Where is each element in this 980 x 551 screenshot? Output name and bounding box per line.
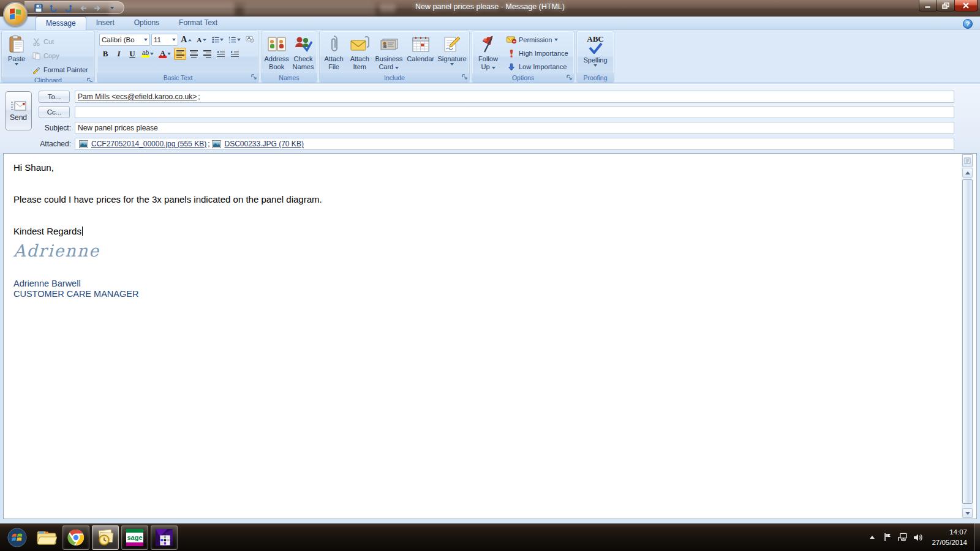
- action-center-flag-icon[interactable]: [883, 533, 892, 542]
- office-button[interactable]: [3, 2, 28, 26]
- business-card-button[interactable]: Business Card: [373, 32, 404, 72]
- show-hidden-icons-button[interactable]: [867, 533, 877, 542]
- subject-field[interactable]: New panel prices please: [75, 122, 954, 134]
- taskbar-app-button[interactable]: [151, 525, 178, 550]
- format-painter-button[interactable]: Format Painter: [29, 64, 90, 75]
- align-left-button[interactable]: [174, 48, 186, 60]
- office-logo-icon: [8, 7, 23, 21]
- body-closing: Kindest Regards: [13, 226, 81, 236]
- paperclip-icon: [324, 34, 344, 54]
- numbering-button[interactable]: [227, 34, 243, 46]
- scroll-up-button[interactable]: [962, 168, 973, 178]
- font-name-combobox[interactable]: Calibri (Bo: [99, 34, 150, 46]
- align-right-button[interactable]: [201, 48, 213, 60]
- italic-button[interactable]: I: [113, 48, 125, 60]
- cc-button[interactable]: Cc...: [39, 106, 70, 118]
- decrease-indent-button[interactable]: [214, 48, 227, 60]
- high-importance-button[interactable]: High Importance: [505, 48, 570, 59]
- permission-button[interactable]: Permission: [505, 34, 570, 45]
- attach-file-button[interactable]: Attach File: [322, 32, 346, 72]
- spelling-button[interactable]: ABC Spelling: [579, 32, 611, 72]
- copy-button[interactable]: Copy: [29, 50, 90, 61]
- taskbar-chrome-button[interactable]: [62, 525, 89, 550]
- dropdown-arrow-icon: [167, 53, 171, 55]
- tab-format-text[interactable]: Format Text: [169, 17, 227, 30]
- font-size-combobox[interactable]: 11: [151, 34, 178, 46]
- dropdown-arrow-icon: [172, 39, 176, 41]
- check-names-button[interactable]: Check Names: [292, 32, 315, 72]
- basic-text-dialog-launcher[interactable]: [251, 74, 257, 80]
- restore-button[interactable]: [937, 0, 955, 12]
- bullets-button[interactable]: [210, 34, 226, 46]
- attach-item-button[interactable]: Attach Item: [347, 32, 372, 72]
- options-group-label: Options: [472, 73, 574, 82]
- vertical-scrollbar[interactable]: [962, 154, 973, 518]
- send-button[interactable]: Send: [5, 91, 32, 130]
- increase-indent-icon: [230, 50, 239, 58]
- body-greeting: Hi Shaun,: [13, 162, 952, 173]
- windows-logo-icon: [7, 527, 28, 548]
- taskbar-explorer-button[interactable]: [33, 525, 60, 550]
- dropdown-arrow-icon: [150, 53, 154, 55]
- tab-insert[interactable]: Insert: [86, 17, 124, 30]
- scroll-down-button[interactable]: [962, 508, 973, 518]
- underline-button[interactable]: U: [126, 48, 138, 60]
- subject-label: Subject:: [34, 124, 71, 132]
- arrow-up-icon: [870, 536, 875, 539]
- business-card-icon: [379, 34, 399, 54]
- align-center-button[interactable]: [187, 48, 200, 60]
- text-highlight-button[interactable]: ab: [140, 48, 156, 60]
- view-ruler-toggle[interactable]: [962, 154, 973, 167]
- grow-font-button[interactable]: A: [179, 34, 194, 46]
- to-field[interactable]: Pam Mills <ecs@efield.karoo.co.uk>;: [75, 91, 954, 103]
- attachment-link[interactable]: CCF27052014_00000.jpg (555 KB): [91, 140, 206, 148]
- to-button[interactable]: To...: [39, 91, 70, 103]
- clear-formatting-button[interactable]: [244, 34, 257, 46]
- show-desktop-button[interactable]: [974, 523, 980, 551]
- attachment-link[interactable]: DSC00233.JPG (70 KB): [224, 140, 303, 148]
- options-dialog-launcher[interactable]: [567, 75, 573, 81]
- network-icon[interactable]: [898, 533, 908, 542]
- clipboard-dialog-launcher[interactable]: [87, 78, 93, 83]
- scrollbar-thumb[interactable]: [962, 179, 973, 504]
- cc-field[interactable]: [75, 106, 954, 118]
- clipboard-group-label: Clipboard: [2, 77, 94, 83]
- taskbar: sage: [0, 523, 980, 551]
- arrow-down-icon: [965, 512, 970, 515]
- low-importance-button[interactable]: Low Importance: [505, 61, 570, 72]
- dropdown-arrow-icon: [15, 63, 18, 66]
- paste-button[interactable]: Paste: [4, 32, 29, 75]
- include-dialog-launcher[interactable]: [462, 74, 468, 80]
- signature-script: Adrienne: [13, 241, 952, 260]
- scrollbar-track[interactable]: [962, 178, 973, 508]
- check-names-icon: [293, 34, 313, 54]
- help-button[interactable]: ?: [963, 19, 973, 29]
- signature-icon: [442, 34, 462, 54]
- spelling-icon: ABC: [586, 34, 605, 55]
- taskbar-clock[interactable]: 14:07 27/05/2014: [932, 527, 967, 547]
- calendar-button[interactable]: Calendar: [405, 32, 435, 72]
- volume-icon[interactable]: [913, 533, 923, 542]
- tab-message[interactable]: Message: [36, 17, 86, 30]
- system-tray: [867, 533, 923, 542]
- font-color-button[interactable]: A: [157, 48, 173, 60]
- minimize-button[interactable]: [919, 0, 937, 12]
- cut-button[interactable]: Cut: [29, 36, 90, 47]
- start-button[interactable]: [4, 525, 31, 550]
- font-color-swatch: [159, 56, 167, 58]
- address-book-button[interactable]: Address Book: [263, 32, 290, 72]
- image-attachment-icon: [212, 140, 221, 148]
- increase-indent-button[interactable]: [228, 48, 241, 60]
- attached-field[interactable]: CCF27052014_00000.jpg (555 KB); DSC00233…: [75, 138, 954, 150]
- tab-options[interactable]: Options: [124, 17, 169, 30]
- recipient-link[interactable]: Pam Mills <ecs@efield.karoo.co.uk>: [78, 92, 197, 101]
- shrink-font-button[interactable]: A: [195, 34, 209, 46]
- taskbar-outlook-button[interactable]: [92, 525, 119, 550]
- taskbar-sage-button[interactable]: sage: [121, 525, 148, 550]
- close-button[interactable]: [954, 0, 978, 12]
- signature-button[interactable]: Signature: [437, 32, 467, 72]
- bold-button[interactable]: B: [99, 48, 111, 60]
- bullets-icon: [212, 36, 220, 43]
- message-body[interactable]: Hi Shaun, Please could I have prices for…: [3, 153, 977, 519]
- follow-up-button[interactable]: Follow Up: [474, 32, 502, 72]
